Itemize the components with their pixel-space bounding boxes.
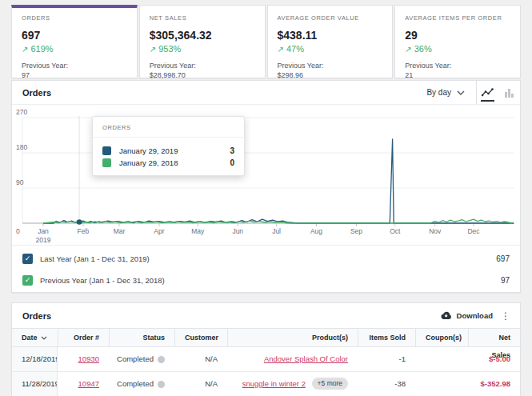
tooltip-date: January 29, 2019: [119, 146, 230, 155]
column-header-date[interactable]: Date: [12, 329, 58, 346]
orders-line-chart[interactable]: JanFebMarAprMayJunJulAugSepOctNovDec2019…: [12, 105, 520, 246]
tooltip-value: 3: [230, 146, 234, 155]
svg-text:2019: 2019: [36, 236, 51, 244]
check-icon: ✓: [25, 254, 31, 264]
order-link[interactable]: 10947: [78, 379, 99, 388]
table-row: 12/18/2019 10930 Completed N/A Andover S…: [12, 347, 520, 372]
legend-label: Last Year (Jan 1 - Dec 31, 2019): [40, 254, 150, 263]
trend-value: 36%: [414, 44, 432, 54]
more-products-badge[interactable]: +5 more: [312, 378, 348, 390]
order-link[interactable]: 10930: [78, 354, 99, 363]
table-column-headers: Date Order # Status Customer Product(s) …: [12, 328, 520, 347]
cell-status: Completed: [109, 372, 174, 396]
svg-text:0: 0: [16, 227, 20, 235]
table-title: Orders: [12, 311, 51, 321]
svg-text:Mar: Mar: [114, 227, 126, 235]
summary-card-average-order-value[interactable]: AVERAGE ORDER VALUE $438.11 ↗ 47% Previo…: [267, 5, 394, 78]
cell-items-sold: -38: [358, 372, 415, 396]
legend-value: 97: [501, 276, 510, 285]
column-header-products[interactable]: Product(s): [227, 329, 358, 346]
card-value: 29: [405, 29, 510, 42]
trend-badge: ↗ 953%: [150, 44, 255, 54]
cell-coupons: [415, 372, 468, 396]
cell-order-number: 10930: [58, 347, 109, 371]
previous-year-label: Previous Year:: [405, 61, 510, 70]
sort-chevron-icon: [41, 336, 47, 340]
trend-value: 47%: [286, 44, 304, 54]
tooltip-header: ORDERS: [93, 117, 244, 138]
svg-text:Feb: Feb: [78, 227, 90, 235]
trend-up-icon: ↗: [405, 45, 411, 54]
kebab-menu-button[interactable]: ⋮: [496, 310, 515, 322]
column-header-net-sales[interactable]: Net Sales: [468, 329, 520, 346]
previous-year-value: 21: [405, 70, 510, 80]
svg-text:Nov: Nov: [429, 227, 442, 235]
summary-card-orders[interactable]: ORDERS 697 ↗ 619% Previous Year: 97: [11, 5, 138, 78]
cell-products: snuggle in winter 2 +5 more: [227, 372, 358, 396]
trend-up-icon: ↗: [22, 45, 28, 54]
tooltip-row: January 29, 2019 3: [102, 146, 234, 155]
card-label: ORDERS: [22, 14, 127, 22]
svg-text:Jul: Jul: [272, 227, 281, 235]
svg-text:90: 90: [16, 178, 24, 186]
tooltip-value: 0: [230, 158, 234, 167]
legend-item-previous-year[interactable]: ✓ Previous Year (Jan 1 - Dec 31, 2018) 9…: [12, 270, 520, 291]
check-icon: ✓: [25, 275, 31, 286]
svg-text:Apr: Apr: [154, 227, 164, 235]
table-header-bar: Orders Download ⋮: [12, 303, 520, 328]
trend-badge: ↗ 47%: [278, 44, 383, 54]
previous-year-value: 97: [22, 70, 127, 80]
status-text: Completed: [117, 372, 154, 396]
card-label: AVERAGE ITEMS PER ORDER: [405, 14, 510, 22]
interval-dropdown[interactable]: By day: [415, 81, 476, 104]
summary-cards: ORDERS 697 ↗ 619% Previous Year: 97 NET …: [11, 5, 521, 78]
summary-card-net-sales[interactable]: NET SALES $305,364.32 ↗ 953% Previous Ye…: [139, 5, 266, 78]
series-swatch-blue: [102, 146, 111, 155]
svg-text:180: 180: [16, 143, 27, 151]
column-header-items-sold[interactable]: Items Sold: [358, 329, 415, 346]
summary-card-average-items-per-order[interactable]: AVERAGE ITEMS PER ORDER 29 ↗ 36% Previou…: [394, 5, 521, 78]
legend-item-last-year[interactable]: ✓ Last Year (Jan 1 - Dec 31, 2019) 697: [12, 248, 520, 270]
previous-year-label: Previous Year:: [150, 61, 255, 70]
analytics-dashboard: ORDERS 697 ↗ 619% Previous Year: 97 NET …: [0, 0, 532, 396]
svg-text:Dec: Dec: [467, 227, 480, 235]
svg-text:Jan: Jan: [38, 227, 49, 235]
trend-up-icon: ↗: [278, 45, 284, 54]
chart-header: Orders By day: [12, 81, 520, 105]
line-chart-icon[interactable]: [477, 81, 498, 104]
column-header-status[interactable]: Status: [109, 329, 174, 346]
download-label: Download: [457, 311, 493, 320]
cell-status: Completed: [109, 347, 174, 371]
cell-customer: N/A: [174, 347, 227, 371]
chart-tooltip: ORDERS January 29, 2019 3 January 29, 20…: [92, 116, 245, 176]
svg-text:May: May: [191, 227, 205, 235]
previous-year-value: $28,998.70: [150, 70, 255, 80]
card-value: 697: [22, 29, 127, 42]
svg-text:Jun: Jun: [232, 227, 243, 235]
trend-badge: ↗ 619%: [22, 44, 127, 54]
column-header-coupons[interactable]: Coupon(s): [415, 329, 468, 346]
legend-checkbox[interactable]: ✓: [22, 275, 33, 286]
status-text: Completed: [117, 347, 154, 371]
trend-value: 619%: [30, 44, 53, 54]
column-header-order[interactable]: Order #: [58, 329, 109, 346]
cell-net-sales: $-352.98: [468, 372, 520, 396]
trend-up-icon: ↗: [150, 45, 156, 54]
cloud-download-icon: [440, 311, 452, 320]
cell-date: 12/18/2019: [12, 347, 58, 371]
tooltip-row: January 29, 2018 0: [102, 158, 234, 167]
bar-chart-icon[interactable]: [498, 81, 520, 104]
legend-checkbox[interactable]: ✓: [22, 254, 33, 264]
product-link[interactable]: snuggle in winter 2: [242, 379, 306, 388]
interval-label: By day: [426, 88, 451, 97]
previous-year-value: $298.96: [278, 70, 383, 80]
chart-title: Orders: [12, 88, 51, 98]
cell-products: Andover Splash Of Color: [227, 347, 358, 371]
column-header-customer[interactable]: Customer: [174, 329, 227, 346]
table-row: 11/28/2019 10947 Completed N/A snuggle i…: [12, 372, 520, 396]
product-link[interactable]: Andover Splash Of Color: [264, 354, 348, 363]
svg-text:270: 270: [16, 108, 27, 116]
download-button[interactable]: Download: [437, 311, 496, 320]
chart-body: JanFebMarAprMayJunJulAugSepOctNovDec2019…: [12, 105, 520, 246]
cell-items-sold: -1: [358, 347, 415, 371]
